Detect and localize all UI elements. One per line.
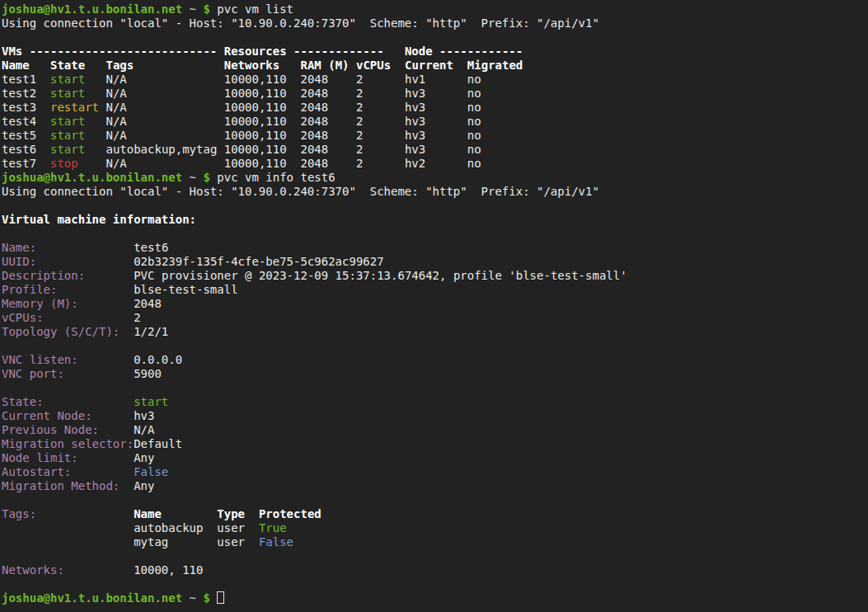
info-value: Any [134, 451, 154, 464]
info-field-line: vCPUs: 2 [2, 311, 868, 325]
info-value: 1/2/1 [134, 325, 168, 338]
spacer [245, 535, 259, 548]
spacer [78, 297, 134, 310]
vm-networks: 10000,110 [224, 129, 287, 142]
tags-header-line: Tags: Name Type Protected [2, 507, 868, 521]
spacer [36, 255, 134, 268]
vm-row: test4 start N/A 10000,110 2048 2 hv3 no [2, 115, 868, 129]
spacer [99, 423, 134, 436]
info-value: False [134, 465, 168, 478]
terminal-cursor[interactable] [217, 591, 224, 604]
tag-row: autobackup user True [2, 521, 868, 535]
spacer [120, 479, 134, 492]
vm-row: test3 restart N/A 10000,110 2048 2 hv3 n… [2, 101, 868, 115]
info-label: Name: [2, 241, 36, 254]
info-label: Memory (M): [2, 297, 78, 310]
column-header-state: State [50, 59, 85, 72]
spacer [279, 59, 300, 72]
spacer [127, 129, 224, 142]
info-field-line: Previous Node: N/A [2, 423, 868, 437]
column-header-networks: Networks [224, 59, 279, 72]
spacer [162, 507, 217, 520]
info-value: hv3 [134, 409, 154, 422]
table-header-line: Name State Tags Networks RAM (M) vCPUs C… [2, 59, 868, 73]
spacer [328, 115, 356, 128]
vm-tags: N/A [106, 73, 126, 86]
info-field-line: State: start [2, 395, 868, 409]
vm-tags: N/A [106, 157, 126, 170]
command-text: pvc vm info test6 [210, 171, 335, 184]
info-field-line: Topology (S/C/T): 1/2/1 [2, 325, 868, 339]
info-field-line: UUID: 02b3239f-135f-4cfe-be75-5c962ac996… [2, 255, 868, 269]
prompt-symbol: $ [203, 591, 209, 605]
spacer [425, 73, 467, 86]
vm-state: start [50, 115, 85, 128]
vm-row: test5 start N/A 10000,110 2048 2 hv3 no [2, 129, 868, 143]
column-header-current: Current [405, 59, 453, 72]
info-field-line: Migration Method: Any [2, 479, 868, 493]
column-header-tags: Tags [106, 59, 134, 72]
spacer [127, 115, 224, 128]
tag-row: mytag user False [2, 535, 868, 549]
column-header-migrated: Migrated [467, 59, 523, 72]
spacer [85, 115, 106, 128]
vm-name: test4 [2, 115, 36, 128]
vm-state: stop [50, 157, 78, 170]
spacer [30, 59, 50, 72]
blank-line [2, 577, 868, 591]
tag-name: mytag [134, 535, 168, 548]
info-label: Topology (S/C/T): [2, 325, 120, 338]
spacer [363, 73, 405, 86]
blank-line [2, 31, 868, 45]
vm-row: test1 start N/A 10000,110 2048 2 hv1 no [2, 73, 868, 87]
info-value: 10000, 110 [134, 563, 203, 577]
info-label: UUID: [2, 255, 36, 268]
info-value: N/A [134, 423, 154, 436]
spacer [36, 73, 50, 86]
vm-current: hv3 [405, 101, 425, 114]
spacer [363, 129, 405, 142]
tag-protected: True [259, 521, 287, 534]
info-label: Node limit: [2, 451, 78, 464]
spacer [64, 563, 134, 577]
spacer [328, 143, 356, 156]
spacer [425, 143, 467, 156]
spacer [168, 535, 217, 548]
vm-current: hv3 [405, 115, 425, 128]
vm-ram: 2048 [301, 129, 329, 142]
vm-state: restart [50, 101, 99, 114]
info-label: Profile: [2, 283, 57, 296]
spacer [245, 521, 259, 534]
info-label: Description: [2, 269, 85, 282]
blank-line [2, 199, 868, 213]
column-header-ram: RAM (M) [301, 59, 350, 72]
spacer [425, 115, 467, 128]
tag-name: autobackup [134, 521, 203, 534]
vm-current: hv2 [405, 157, 425, 170]
vm-networks: 10000,110 [224, 157, 287, 170]
spacer [127, 73, 224, 86]
table-section-header-line: VMs --------------------------- Resource… [2, 45, 868, 59]
shell-prompt-line: joshua@hv1.t.u.bonilan.net ~ $ [2, 591, 868, 605]
vm-networks: 10000,110 [224, 101, 287, 114]
tag-type: user [217, 521, 245, 534]
column-header-vcpus: vCPUs [356, 59, 391, 72]
spacer [287, 143, 301, 156]
info-label: Tags: [2, 507, 36, 520]
vm-name: test5 [2, 129, 36, 142]
vm-migrated: no [467, 115, 481, 128]
prompt-cwd: ~ [182, 2, 203, 16]
spacer [85, 59, 106, 72]
vm-networks: 10000,110 [224, 73, 287, 86]
vm-name: test6 [2, 143, 36, 156]
spacer [425, 129, 467, 142]
table-section-header: Node ------------ [384, 45, 523, 58]
info-value: test6 [134, 241, 168, 254]
tag-column-header-protected: Protected [259, 507, 321, 520]
info-value: Default [134, 437, 182, 450]
terminal-screen[interactable]: joshua@hv1.t.u.bonilan.net ~ $ pvc vm li… [0, 0, 868, 612]
shell-prompt-line: joshua@hv1.t.u.bonilan.net ~ $ pvc vm in… [2, 171, 868, 185]
connection-info: Using connection "local" - Host: "10.90.… [2, 185, 599, 198]
info-field-line: Node limit: Any [2, 451, 868, 465]
vm-tags: N/A [106, 101, 126, 114]
